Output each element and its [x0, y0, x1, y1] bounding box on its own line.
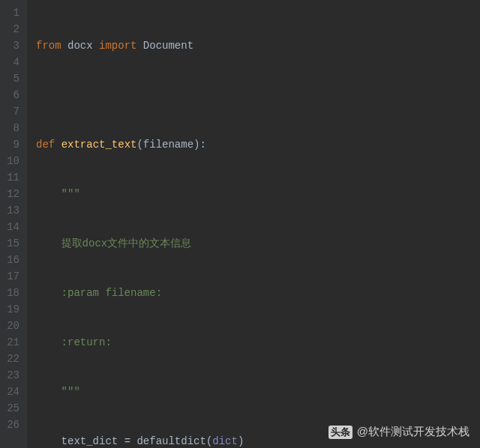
line-number: 5 — [6, 70, 20, 87]
line-number: 16 — [6, 252, 20, 268]
line-number: 9 — [6, 136, 20, 153]
code-editor[interactable]: 1234567891011121314151617181920212223242… — [0, 0, 480, 448]
line-number: 7 — [6, 103, 20, 120]
line-number: 3 — [6, 37, 20, 54]
code-line: """ — [36, 186, 480, 202]
line-number: 25 — [6, 400, 20, 417]
line-number: 8 — [6, 120, 20, 136]
code-area[interactable]: from docx import Document def extract_te… — [27, 0, 480, 448]
line-number: 6 — [6, 87, 20, 103]
code-line: 提取docx文件中的文本信息 — [36, 235, 480, 252]
line-number: 20 — [6, 318, 20, 334]
code-line: :return: — [36, 334, 480, 351]
line-number: 15 — [6, 235, 20, 252]
line-number: 23 — [6, 367, 20, 384]
line-number: 22 — [6, 351, 20, 367]
line-number: 4 — [6, 54, 20, 70]
line-gutter: 1234567891011121314151617181920212223242… — [0, 0, 27, 448]
line-number: 18 — [6, 285, 20, 301]
watermark-text: @软件测试开发技术栈 — [357, 425, 470, 439]
line-number: 11 — [6, 169, 20, 186]
code-line: from docx import Document — [36, 37, 480, 54]
line-number: 21 — [6, 334, 20, 351]
line-number: 2 — [6, 21, 20, 37]
code-line: :param filename: — [36, 285, 480, 301]
code-line: def extract_text(filename): — [36, 136, 480, 153]
line-number: 10 — [6, 153, 20, 169]
code-line — [36, 87, 480, 103]
watermark-logo: 头条 — [328, 426, 352, 439]
line-number: 24 — [6, 384, 20, 400]
watermark: 头条 @软件测试开发技术栈 — [328, 425, 470, 439]
line-number: 26 — [6, 417, 20, 433]
line-number: 17 — [6, 268, 20, 285]
line-number: 12 — [6, 186, 20, 202]
code-line: """ — [36, 384, 480, 400]
line-number: 14 — [6, 219, 20, 235]
line-number: 13 — [6, 202, 20, 219]
line-number: 19 — [6, 301, 20, 318]
line-number: 1 — [6, 4, 20, 21]
